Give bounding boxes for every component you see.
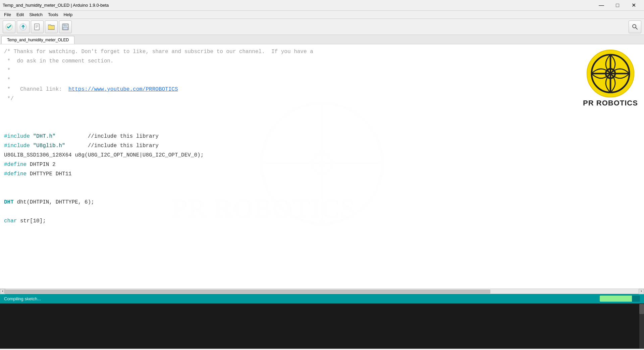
close-button[interactable]: ✕ (626, 0, 641, 10)
code-line-5: * Channel link: https://www.youtube.com/… (4, 85, 640, 94)
code-line-3: * (4, 66, 640, 75)
new-button[interactable] (31, 20, 44, 33)
window-controls: — □ ✕ (594, 0, 641, 10)
menu-tools[interactable]: Tools (45, 11, 61, 18)
maximize-button[interactable]: □ (610, 0, 625, 10)
progress-bar-container (600, 296, 640, 302)
svg-line-12 (636, 28, 637, 29)
editor-container: PR ROBOTICS PR ROBOTICS /* Thanks for wa… (0, 44, 644, 289)
code-line-6: */ (4, 94, 640, 103)
progress-bar-fill (600, 296, 632, 302)
title-bar: Temp_and_humidity_meter_OLED | Arduino 1… (0, 0, 644, 11)
code-line-11: #include "U8glib.h" //include this libra… (4, 141, 640, 150)
menu-edit[interactable]: Edit (14, 11, 26, 18)
menu-bar: File Edit Sketch Tools Help (0, 11, 644, 19)
upload-button[interactable] (17, 20, 30, 33)
code-line-14: #define DHTTYPE DHT11 (4, 169, 640, 179)
search-button[interactable] (629, 20, 641, 33)
code-line-1: /* Thanks for watching. Don't forget to … (4, 47, 640, 56)
open-button[interactable] (45, 20, 58, 33)
scroll-right-button[interactable]: › (639, 289, 644, 294)
horizontal-scrollbar[interactable]: ‹ › (0, 289, 644, 294)
verify-button[interactable] (3, 20, 15, 33)
svg-rect-10 (66, 24, 67, 26)
channel-link[interactable]: https://www.youtube.com/PRROBOTICS (68, 86, 178, 92)
code-line-10: #include "DHT.h" //include this library (4, 132, 640, 141)
menu-file[interactable]: File (1, 11, 14, 18)
window-title: Temp_and_humidity_meter_OLED | Arduino 1… (3, 3, 109, 8)
console-scrollbar[interactable] (639, 304, 644, 349)
menu-sketch[interactable]: Sketch (26, 11, 45, 18)
console-scrollbar-thumb[interactable] (639, 304, 644, 314)
compiling-status: Compiling sketch... (4, 296, 41, 301)
minimize-button[interactable]: — (594, 0, 609, 10)
status-bar: Compiling sketch... (0, 294, 644, 303)
svg-rect-3 (35, 24, 39, 30)
code-line-16 (4, 188, 640, 198)
code-line-13: #define DHTPIN 2 (4, 160, 640, 169)
code-line-18 (4, 207, 640, 216)
code-line-8 (4, 113, 640, 122)
editor-tab[interactable]: Temp_and_humidity_meter_OLED (1, 36, 74, 44)
code-line-12: U8GLIB_SSD1306_128X64 u8g(U8G_I2C_OPT_NO… (4, 150, 640, 160)
menu-help[interactable]: Help (61, 11, 75, 18)
code-line-9 (4, 122, 640, 132)
bottom-bar: 9 Arduino Nano, ATmega328P (Old Bootload… (0, 349, 644, 350)
tab-bar: Temp_and_humidity_meter_OLED (0, 35, 644, 44)
scroll-thumb[interactable] (4, 290, 490, 294)
console-area (0, 303, 644, 349)
save-button[interactable] (59, 20, 72, 33)
code-line-4: * (4, 75, 640, 85)
code-line-15 (4, 179, 640, 188)
code-line-7 (4, 103, 640, 113)
code-line-19: char str[10]; (4, 216, 640, 226)
code-line-2: * do ask in the comment section. (4, 56, 640, 66)
editor-content[interactable]: /* Thanks for watching. Don't forget to … (0, 44, 644, 289)
toolbar (0, 19, 644, 35)
svg-rect-9 (63, 27, 68, 30)
code-line-17: DHT dht(DHTPIN, DHTTYPE, 6); (4, 198, 640, 207)
